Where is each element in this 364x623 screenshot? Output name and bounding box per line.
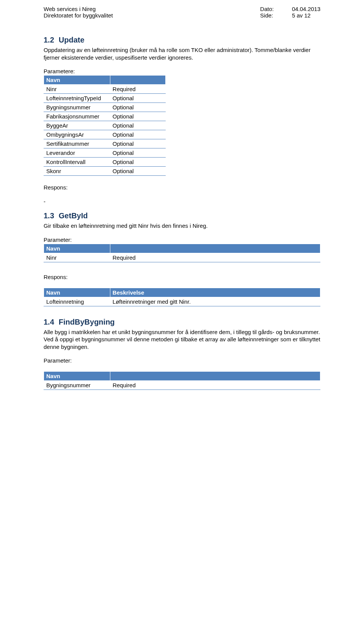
table-row: SkonrOptional <box>44 167 166 176</box>
table-header-row: Navn Beskrivelse <box>44 288 320 297</box>
section-number: 1.4 <box>44 318 54 326</box>
cell-name: ByggeAr <box>44 121 110 130</box>
col-blank <box>110 372 320 381</box>
header-left: Web services i Nireg Direktoratet for by… <box>44 6 113 19</box>
respons-label: Respons: <box>44 274 320 280</box>
table-row: LofteinnretningLøfteinnretninger med git… <box>44 297 320 306</box>
cell-req: Optional <box>110 112 165 121</box>
table-1-3-respons: Navn Beskrivelse LofteinnretningLøfteinn… <box>44 288 320 306</box>
table-row: FabrikasjonsnummerOptional <box>44 112 166 121</box>
cell-req: Required <box>110 253 320 262</box>
document-page: Web services i Nireg Direktoratet for by… <box>0 0 364 421</box>
page-header: Web services i Nireg Direktoratet for by… <box>44 6 320 19</box>
cell-name: Bygningsnummer <box>44 381 110 390</box>
cell-req: Optional <box>110 130 165 139</box>
cell-req: Required <box>110 85 165 94</box>
parametere-label: Parametere: <box>44 68 320 74</box>
section-1-3-heading: 1.3GetById <box>44 211 320 220</box>
section-1-2-desc: Oppdatering av en løfteinnretning (bruke… <box>44 46 320 61</box>
table-1-3-params: Navn NinrRequired <box>44 244 320 262</box>
header-dato-value: 04.04.2013 <box>292 6 320 12</box>
parameter-label: Parameter: <box>44 357 320 364</box>
header-subtitle: Direktoratet for byggkvalitet <box>44 12 113 19</box>
table-row: BygningsnummerOptional <box>44 103 166 112</box>
cell-name: LofteinnretningTypeId <box>44 94 110 103</box>
table-header-row: Navn <box>44 76 166 85</box>
table-header-row: Navn <box>44 372 320 381</box>
col-navn: Navn <box>44 76 110 85</box>
section-1-2-heading: 1.2Update <box>44 36 320 44</box>
cell-req: Optional <box>110 158 165 167</box>
section-title: GetById <box>59 211 88 220</box>
cell-req: Optional <box>110 139 165 148</box>
cell-req: Optional <box>110 94 165 103</box>
table-row: NinrRequired <box>44 253 320 262</box>
cell-name: Leverandor <box>44 148 110 158</box>
cell-name: Skonr <box>44 167 110 176</box>
section-title: Update <box>59 36 85 44</box>
col-beskrivelse: Beskrivelse <box>110 288 320 297</box>
cell-desc: Løfteinnretninger med gitt Ninr. <box>110 297 320 306</box>
cell-name: Sertifikatnummer <box>44 139 110 148</box>
cell-req: Optional <box>110 121 165 130</box>
section-1-4-heading: 1.4FindByBygning <box>44 318 320 326</box>
table-1-2-params: Navn NinrRequired LofteinnretningTypeIdO… <box>44 75 166 176</box>
section-number: 1.3 <box>44 211 54 220</box>
table-1-4-params: Navn BygningsnummerRequired <box>44 371 320 390</box>
parameter-label: Parameter: <box>44 237 320 243</box>
dash: - <box>44 198 320 205</box>
col-blank <box>110 244 320 253</box>
col-blank <box>110 76 165 85</box>
table-row: LofteinnretningTypeIdOptional <box>44 94 166 103</box>
table-header-row: Navn <box>44 244 320 253</box>
cell-name: Ninr <box>44 85 110 94</box>
col-navn: Navn <box>44 244 110 253</box>
section-title: FindByBygning <box>59 318 115 326</box>
cell-name: OmbygningsAr <box>44 130 110 139</box>
cell-req: Optional <box>110 148 165 158</box>
table-row: SertifikatnummerOptional <box>44 139 166 148</box>
table-row: NinrRequired <box>44 85 166 94</box>
table-row: KontrollIntervallOptional <box>44 158 166 167</box>
cell-req: Required <box>110 381 320 390</box>
table-row: OmbygningsArOptional <box>44 130 166 139</box>
table-row: BygningsnummerRequired <box>44 381 320 390</box>
table-row: LeverandorOptional <box>44 148 166 158</box>
cell-name: KontrollIntervall <box>44 158 110 167</box>
cell-req: Optional <box>110 167 165 176</box>
table-row: ByggeArOptional <box>44 121 166 130</box>
section-number: 1.2 <box>44 36 54 44</box>
header-side-value: 5 av 12 <box>292 12 320 19</box>
cell-name: Fabrikasjonsnummer <box>44 112 110 121</box>
col-navn: Navn <box>44 372 110 381</box>
cell-name: Ninr <box>44 253 110 262</box>
cell-name: Bygningsnummer <box>44 103 110 112</box>
col-navn: Navn <box>44 288 110 297</box>
cell-req: Optional <box>110 103 165 112</box>
section-1-3-desc: Gir tilbake en løfteinnretning med gitt … <box>44 222 320 230</box>
respons-label: Respons: <box>44 184 320 191</box>
header-right: Dato: Side: 04.04.2013 5 av 12 <box>260 6 320 19</box>
cell-name: Lofteinnretning <box>44 297 110 306</box>
header-title: Web services i Nireg <box>44 6 113 12</box>
section-1-4-desc: Alle bygg i matrikkelen har et unikt byg… <box>44 328 320 351</box>
header-dato-label: Dato: <box>260 6 274 12</box>
header-side-label: Side: <box>260 12 274 19</box>
